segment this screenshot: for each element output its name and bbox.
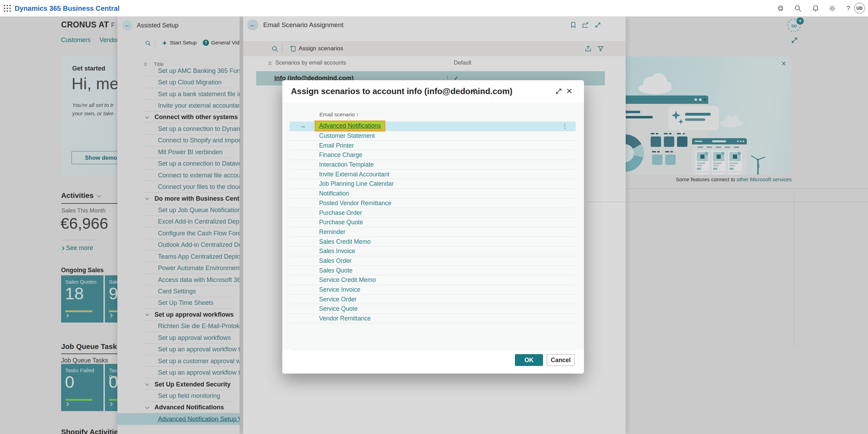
help-icon[interactable]: ? xyxy=(846,0,850,17)
assisted-setup-row-label[interactable]: Connect with other systems xyxy=(155,114,238,121)
email-scenario-label[interactable]: Reminder xyxy=(319,228,345,235)
assisted-setup-row[interactable]: Connect with other systems xyxy=(117,111,240,123)
assisted-setup-row-label[interactable]: Set up a connection to Dynamics 365 S xyxy=(158,125,240,132)
assisted-setup-row-label[interactable]: Set up AMC Banking 365 Fundamenta xyxy=(158,67,240,74)
microsoft-services-link[interactable]: other Microsoft services xyxy=(737,176,792,182)
email-scenario-label[interactable]: Notification xyxy=(319,190,349,197)
email-scenario-label[interactable]: Job Planning Line Calendar xyxy=(319,180,394,187)
email-scenario-row[interactable]: → Invite External Accountant ⋮ xyxy=(290,169,576,179)
email-scenario-label[interactable]: Service Invoice xyxy=(319,286,360,293)
email-scenario-label[interactable]: Customer Statement xyxy=(319,132,375,140)
search-icon[interactable] xyxy=(794,5,802,12)
search-icon[interactable] xyxy=(472,88,479,95)
notifications-icon[interactable] xyxy=(812,5,819,12)
assisted-setup-row-label[interactable]: Set up a connection to Dataverse xyxy=(158,160,240,167)
start-setup-action[interactable]: Start Setup xyxy=(170,37,197,48)
assisted-setup-row[interactable]: Invite your external accountant to the c xyxy=(117,100,240,111)
email-scenario-row[interactable]: → Purchase Quote ⋮ xyxy=(290,218,576,227)
search-icon[interactable] xyxy=(145,40,151,46)
column-header-scenarios[interactable]: Scenarios by email accounts xyxy=(275,60,346,66)
open-in-window-icon[interactable] xyxy=(582,22,589,28)
assisted-setup-row-label[interactable]: Configure the Cash Flow Forecast char xyxy=(158,229,240,237)
assisted-setup-row[interactable]: Set up a customer approval workflow xyxy=(117,355,240,367)
general-videos-action[interactable]: General Videos xyxy=(211,37,240,48)
email-scenario-label[interactable]: Sales Order xyxy=(319,257,351,264)
expand-icon[interactable] xyxy=(555,87,562,95)
assisted-setup-row[interactable]: Excel Add-in Centralized Deployment xyxy=(117,216,240,227)
email-scenario-label[interactable]: Invite External Accountant xyxy=(319,170,389,178)
filter-icon[interactable] xyxy=(597,45,604,52)
assisted-setup-row-label[interactable]: Access data with Microsoft 365 license xyxy=(158,276,240,283)
copilot-icon[interactable] xyxy=(777,5,784,12)
assisted-setup-row[interactable]: Set up Cloud Migration xyxy=(117,76,240,88)
email-scenario-label[interactable]: Purchase Order xyxy=(319,209,362,216)
activities-heading[interactable]: Activities xyxy=(61,191,101,200)
assisted-setup-row-label[interactable]: Mit Power BI verbinden xyxy=(158,148,223,156)
assisted-setup-row[interactable]: Set up a connection to Dynamics 365 S xyxy=(117,123,240,134)
email-scenario-row[interactable]: → Service Credit Memo ⋮ xyxy=(290,275,576,285)
assisted-setup-row[interactable]: Mit Power BI verbinden xyxy=(117,146,240,158)
assisted-setup-row[interactable]: Access data with Microsoft 365 license xyxy=(117,274,240,285)
assisted-setup-row-label[interactable]: Teams App Centralized Deployment xyxy=(158,253,240,260)
assisted-setup-row-label[interactable]: Set up an approval workflow to manag xyxy=(158,369,240,376)
assisted-setup-row[interactable]: Teams App Centralized Deployment xyxy=(117,251,240,262)
assisted-setup-row-label[interactable]: Set Up Time Sheets xyxy=(158,299,214,307)
column-header-email-scenario[interactable]: Email scenario ↑ xyxy=(319,111,359,118)
assisted-setup-row-label[interactable]: Set Up Extended Security xyxy=(155,381,231,388)
assisted-setup-row-label[interactable]: Richten Sie die E-Mail-Protokollierung xyxy=(158,323,240,330)
cue-tile[interactable]: Tasks Failed 0 xyxy=(61,364,103,411)
company-name[interactable]: CRONUS AT xyxy=(61,20,109,30)
email-scenario-label[interactable]: Service Quote xyxy=(319,305,358,312)
ok-button[interactable]: OK xyxy=(515,354,543,366)
assisted-setup-row-label[interactable]: Set up an approval workflow to manag xyxy=(158,346,240,353)
email-scenario-row[interactable]: → Sales Credit Memo ⋮ xyxy=(290,237,576,247)
cue-tile[interactable]: Sales Quotes 18 xyxy=(61,275,103,323)
assisted-setup-row-label[interactable]: Set up Cloud Migration xyxy=(158,79,222,86)
email-scenario-row[interactable]: → Customer Statement ⋮ xyxy=(290,131,576,141)
assisted-setup-row-label[interactable]: Set up Job Queue Notifications xyxy=(158,206,240,214)
email-scenario-label[interactable]: Interaction Template xyxy=(319,161,374,168)
assisted-setup-row-label[interactable]: Connect to external file accounts xyxy=(158,172,240,179)
email-scenario-label[interactable]: Vendor Remittance xyxy=(319,315,371,322)
email-scenario-row[interactable]: → Reminder ⋮ xyxy=(290,227,576,237)
back-icon[interactable]: ← xyxy=(247,19,258,31)
close-icon[interactable]: × xyxy=(781,59,786,68)
share-icon[interactable] xyxy=(585,45,592,52)
plus-badge-icon[interactable]: + xyxy=(796,17,804,25)
assisted-setup-row[interactable]: Set up an approval workflow to manag xyxy=(117,367,240,378)
assisted-setup-row-label[interactable]: Outlook Add-in Centralized Deployme xyxy=(158,241,240,249)
expand-icon[interactable] xyxy=(791,36,798,44)
assisted-setup-row[interactable]: Set up field monitoring xyxy=(117,390,240,401)
bookmark-icon[interactable] xyxy=(570,22,577,28)
email-scenario-row[interactable]: → Purchase Order ⋮ xyxy=(290,208,576,218)
nav-item-clipped[interactable]: F xyxy=(111,22,115,29)
assisted-setup-row[interactable]: Power Automate Environment xyxy=(117,262,240,274)
email-scenario-row[interactable]: → Service Quote ⋮ xyxy=(290,304,576,314)
see-more-link[interactable]: See more xyxy=(61,244,93,252)
email-scenario-label[interactable]: Advanced Notifications xyxy=(315,120,385,132)
email-scenario-row[interactable]: → Vendor Remittance ⋮ xyxy=(290,314,576,324)
email-scenario-row[interactable]: → Service Invoice ⋮ xyxy=(290,285,576,295)
assisted-setup-row-label[interactable]: Set up approval workflows xyxy=(155,311,234,318)
email-scenario-label[interactable]: Sales Quote xyxy=(319,267,352,274)
assisted-setup-row-label[interactable]: Do more with Business Central xyxy=(155,195,240,202)
assisted-setup-row[interactable]: Set up Job Queue Notifications xyxy=(117,204,240,216)
assisted-setup-row[interactable]: Set up a connection to Dataverse xyxy=(117,158,240,169)
assisted-setup-row[interactable]: Set up an approval workflow to manag xyxy=(117,344,240,355)
metric-label[interactable]: Sales This Month xyxy=(61,207,106,214)
email-scenario-row[interactable]: → Job Planning Line Calendar ⋮ xyxy=(290,179,576,189)
assisted-setup-row[interactable]: Advanced Notifications xyxy=(117,402,240,413)
column-header-default[interactable]: Default xyxy=(454,60,471,66)
assisted-setup-row[interactable]: Card Settings xyxy=(117,285,240,297)
assisted-setup-row-label[interactable]: Card Settings xyxy=(158,288,196,295)
email-scenario-row[interactable]: → Email Printer ⋮ xyxy=(290,141,576,150)
email-scenario-row[interactable]: → Advanced Notifications ⋮ xyxy=(290,122,576,131)
assisted-setup-row-label[interactable]: Connect to Shopify and import data xyxy=(158,137,240,144)
assisted-setup-row-label[interactable]: Connect your files to the cloud xyxy=(158,183,240,191)
more-options-icon[interactable]: ⋮ xyxy=(562,123,568,130)
assisted-setup-row-label[interactable]: Set up a customer approval workflow xyxy=(158,357,240,365)
expand-icon[interactable] xyxy=(594,22,601,28)
assisted-setup-row[interactable]: Connect to external file accounts xyxy=(117,169,240,181)
email-scenario-row[interactable]: → Interaction Template ⋮ xyxy=(290,160,576,170)
email-scenario-label[interactable]: Purchase Quote xyxy=(319,219,363,226)
